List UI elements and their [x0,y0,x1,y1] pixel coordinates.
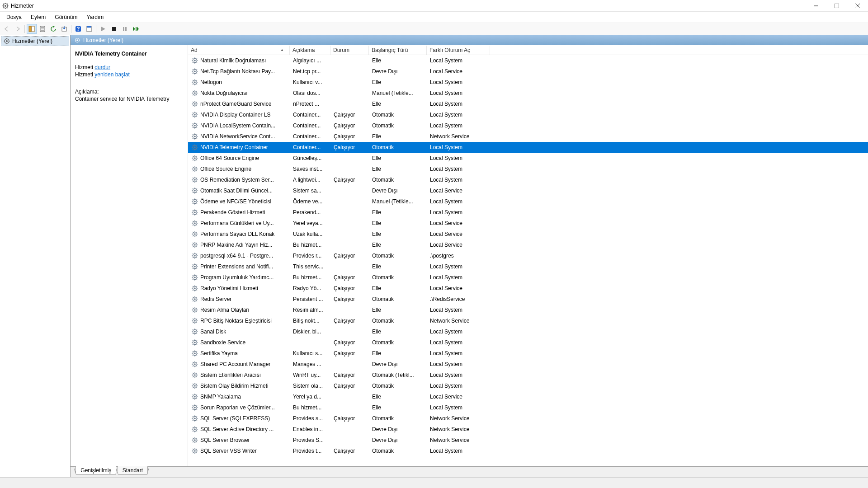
column-name[interactable]: Ad ▲ [188,46,290,55]
service-row[interactable]: NetlogonKullanıcı v...ElleLocal System [188,77,868,88]
service-row[interactable]: PNRP Makine Adı Yayın Hiz...Bu hizmet...… [188,239,868,250]
service-row[interactable]: SQL Server (SQLEXPRESS)Provides s...Çalı… [188,413,868,424]
service-row[interactable]: Redis ServerPersistent ...ÇalışıyorOtoma… [188,294,868,305]
pause-service-button[interactable] [120,24,130,34]
service-row[interactable]: SQL Server VSS WriterProvides t...Çalışı… [188,446,868,456]
service-description: Perakend... [290,209,331,216]
service-row[interactable]: Sistem Etkinlikleri AracısıWinRT uy...Ça… [188,370,868,380]
column-status[interactable]: Durum [330,46,369,55]
service-name: SQL Server Browser [200,437,250,443]
view-tabs: \ Genişletilmiş \ Standart / [71,466,868,477]
service-list[interactable]: Natural Kimlik DoğrulamasıAlgılayıcı ...… [188,55,868,466]
service-row[interactable]: Program Uyumluluk Yardımc...Bu hizmet...… [188,272,868,283]
service-row[interactable]: Sorun Raporları ve Çözümler...Bu hizmet.… [188,402,868,413]
show-hide-tree-button[interactable] [27,24,37,34]
svg-point-54 [194,244,196,246]
column-description[interactable]: Açıklama [290,46,330,55]
svg-rect-11 [112,27,116,31]
export-button[interactable] [59,24,69,34]
svg-point-36 [194,146,196,148]
svg-point-38 [194,157,196,159]
svg-point-82 [194,396,196,398]
service-row[interactable]: Printer Extensions and Notifi...This ser… [188,261,868,272]
minimize-button[interactable] [806,0,826,12]
service-row[interactable]: Net.Tcp Bağlantı Noktası Pay...Net.tcp p… [188,66,868,77]
service-row[interactable]: NVIDIA LocalSystem Contain...Container..… [188,120,868,131]
stop-service-button[interactable] [109,24,119,34]
restart-service-button[interactable] [131,24,141,34]
menu-action[interactable]: Eylem [26,12,50,22]
service-logon: Local System [427,90,491,96]
service-row[interactable]: Office 64 Source EngineGüncelleş...ElleL… [188,153,868,164]
close-button[interactable] [847,0,868,12]
refresh-button[interactable] [48,24,58,34]
service-row[interactable]: Shared PC Account ManagerManages ...Devr… [188,359,868,370]
service-logon: Local System [427,372,491,378]
export-list-button[interactable] [38,24,47,34]
service-row[interactable]: NVIDIA NetworkService Cont...Container..… [188,131,868,142]
menu-help[interactable]: Yardım [82,12,108,22]
service-row[interactable]: SQL Server Active Directory ...Enables i… [188,424,868,435]
help-button[interactable]: ? [73,24,83,34]
menu-file[interactable]: Dosya [2,12,26,22]
maximize-button[interactable] [826,0,847,12]
svg-point-58 [194,266,196,267]
tree-root-services[interactable]: Hizmetler (Yerel) [1,36,69,46]
service-startup: Otomatik [369,274,427,281]
restart-service-link[interactable]: yeniden başlat [94,71,129,78]
service-row[interactable]: Sistem Olay Bildirim HizmetiSistem ola..… [188,380,868,391]
gear-icon [191,89,198,97]
service-row[interactable]: Natural Kimlik DoğrulamasıAlgılayıcı ...… [188,55,868,66]
service-row[interactable]: postgresql-x64-9.1 - Postgre...Provides … [188,250,868,261]
service-row[interactable]: SNMP YakalamaYerel ya d...ElleLocal Serv… [188,391,868,402]
service-row[interactable]: Performans Sayacı DLL KonakUzak kulla...… [188,229,868,239]
svg-point-16 [6,40,8,42]
service-row[interactable]: NVIDIA Telemetry ContainerContainer...Ça… [188,142,868,153]
service-name: Redis Server [200,296,231,302]
properties-button[interactable] [84,24,94,34]
service-row[interactable]: Sertifika YaymaKullanıcı s...ÇalışıyorEl… [188,348,868,359]
svg-point-80 [194,385,196,387]
service-row[interactable]: Sanal DiskDiskler, bi...ElleLocal System [188,326,868,337]
service-row[interactable]: nProtect GameGuard ServicenProtect ...El… [188,99,868,109]
back-button[interactable] [2,24,12,34]
service-logon: Local Service [427,68,491,75]
start-service-button[interactable] [98,24,108,34]
gear-icon [191,404,198,411]
service-row[interactable]: Sandboxie ServiceÇalışıyorOtomatikLocal … [188,337,868,348]
service-description: Bu hizmet... [290,242,331,248]
service-row[interactable]: RPC Bitiş Noktası EşleştiricisiBitiş nok… [188,315,868,326]
service-name: Shared PC Account Manager [200,361,270,367]
service-status: Çalışıyor [331,133,369,140]
service-row[interactable]: Otomatik Saat Dilimi Güncel...Sistem sa.… [188,185,868,196]
service-row[interactable]: Office Source EngineSaves inst...ElleLoc… [188,164,868,174]
list-header: Ad ▲ Açıklama Durum Başlangıç Türü Farkl… [188,45,868,55]
svg-point-50 [194,222,196,224]
service-logon: Local Service [427,394,491,400]
tab-extended[interactable]: Genişletilmiş [75,466,116,475]
service-description: Container... [290,122,331,129]
column-logon-as[interactable]: Farklı Oturum Aç [427,46,490,55]
service-row[interactable]: Nokta DoğrulayıcısıOlası dos...Manuel (T… [188,88,868,99]
service-row[interactable]: Performans Günlükleri ve Uy...Yerel veya… [188,218,868,229]
service-logon: Local System [427,404,491,411]
service-row[interactable]: SQL Server BrowserProvides S...Devre Dış… [188,435,868,446]
tab-standard[interactable]: Standart [118,466,148,475]
forward-button[interactable] [13,24,23,34]
service-row[interactable]: Perakende Gösteri HizmetiPerakend...Elle… [188,207,868,218]
menu-view[interactable]: Görünüm [50,12,82,22]
service-description: Uzak kulla... [290,231,331,237]
service-name: nProtect GameGuard Service [200,101,271,107]
service-row[interactable]: OS Remediation System Ser...A lightwei..… [188,174,868,185]
stop-service-link[interactable]: durdur [94,64,110,70]
service-startup: Otomatik [369,448,427,454]
service-row[interactable]: Radyo Yönetimi HizmetiRadyo Yö...Çalışıy… [188,283,868,294]
service-description: Enables in... [290,426,331,432]
service-row[interactable]: NVIDIA Display Container LSContainer...Ç… [188,109,868,120]
service-description: Kullanıcı s... [290,350,331,357]
service-status: Çalışıyor [331,177,369,183]
service-row[interactable]: Resim Alma OlaylarıResim alm...ElleLocal… [188,305,868,315]
service-status: Çalışıyor [331,339,369,346]
service-row[interactable]: Ödeme ve NFC/SE YöneticisiÖdeme ve...Man… [188,196,868,207]
column-startup-type[interactable]: Başlangıç Türü [369,46,427,55]
